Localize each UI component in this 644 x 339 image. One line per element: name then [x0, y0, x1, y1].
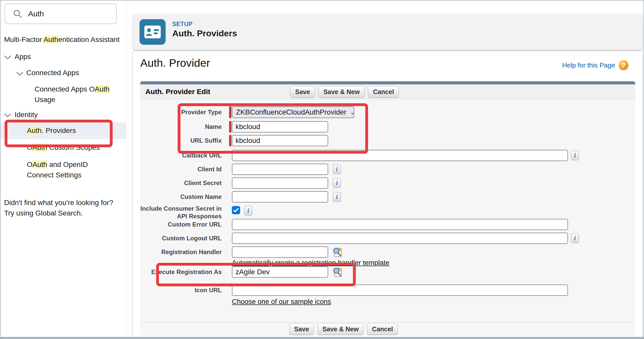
include-consumer-secret-checkbox[interactable]: [232, 206, 240, 214]
id-card-icon: [144, 25, 161, 39]
sidebar-item-auth-providers[interactable]: Auth. Providers: [27, 126, 76, 135]
form-body: Provider Type ZKBConfluenceCloudAuthProv…: [140, 99, 635, 322]
callback-url-input[interactable]: [232, 150, 568, 161]
required-indicator: [229, 106, 231, 118]
custom-logout-url-input[interactable]: [232, 233, 568, 244]
sidebar-item-apps[interactable]: Apps: [15, 52, 31, 61]
sidebar-item-mfa-assistant[interactable]: Multi-Factor Authentication Assistant: [4, 35, 120, 44]
url-suffix-label: URL Suffix: [140, 137, 222, 144]
info-icon[interactable]: i: [571, 233, 579, 243]
custom-name-input[interactable]: [232, 191, 328, 202]
sidebar-item-connected-apps-oauth-usage[interactable]: Connected Apps OAuth Usage: [35, 84, 119, 105]
sidebar-item-oauth-openid-settings[interactable]: OAuth and OpenID Connect Settings: [27, 159, 111, 180]
lookup-icon[interactable]: [332, 266, 343, 278]
provider-type-select[interactable]: ZKBConfluenceCloudAuthProvider ⌄: [232, 106, 354, 118]
check-icon: [233, 207, 239, 213]
cancel-button-bottom[interactable]: Cancel: [367, 323, 398, 335]
client-secret-label: Client Secret: [140, 179, 222, 187]
lookup-icon[interactable]: [332, 246, 343, 258]
sidebar-item-identity[interactable]: Identity: [15, 110, 38, 119]
info-icon[interactable]: i: [333, 178, 341, 188]
save-button-bottom[interactable]: Save: [289, 323, 314, 335]
section-title: Auth. Provider Edit: [145, 84, 210, 99]
custom-logout-url-label: Custom Logout URL: [140, 234, 222, 242]
name-input[interactable]: [232, 121, 328, 132]
client-secret-input[interactable]: [232, 177, 328, 189]
search-input[interactable]: [28, 9, 111, 18]
save-button[interactable]: Save: [290, 86, 315, 98]
section-top-bar: [140, 81, 635, 84]
icon-url-label: Icon URL: [140, 286, 222, 294]
auth-providers-icon: [139, 19, 166, 45]
client-id-input[interactable]: [232, 164, 328, 175]
custom-error-url-label: Custom Error URL: [140, 221, 222, 228]
cancel-button[interactable]: Cancel: [368, 86, 399, 98]
choose-sample-icons-link[interactable]: Choose one of our sample icons: [232, 298, 331, 306]
section-header: Auth. Provider Edit Save Save & New Canc…: [140, 84, 635, 99]
form-footer: Save Save & New Cancel: [140, 322, 635, 336]
custom-error-url-input[interactable]: [232, 219, 568, 230]
chevron-down-icon[interactable]: [16, 72, 23, 76]
setup-header-card: SETUP Auth. Providers: [133, 14, 642, 50]
main-content-panel: Auth. Provider Help for this Page ? Auth…: [133, 51, 642, 339]
save-and-new-button-bottom[interactable]: Save & New: [317, 323, 363, 335]
sidebar-search-box[interactable]: [5, 4, 117, 24]
execute-registration-as-input[interactable]: [232, 266, 328, 278]
sidebar-item-connected-apps[interactable]: Connected Apps: [26, 69, 79, 77]
setup-page-title: Auth. Providers: [172, 28, 237, 38]
select-chevron-icon: ⌄: [350, 109, 355, 116]
info-icon[interactable]: i: [333, 192, 341, 202]
required-indicator: [229, 135, 231, 146]
execute-registration-as-label: Execute Registration As: [140, 268, 222, 276]
url-suffix-input[interactable]: [232, 135, 328, 146]
sidebar-not-found-text: Didn't find what you're looking for? Try…: [4, 197, 113, 218]
required-indicator: [229, 121, 231, 132]
include-consumer-secret-label: Include Consumer Secret in API Responses: [140, 205, 222, 220]
page-title: Auth. Provider: [140, 57, 210, 69]
setup-eyebrow: SETUP: [172, 21, 192, 28]
info-icon[interactable]: i: [244, 206, 252, 216]
window-bottom-edge: [0, 337, 644, 339]
chevron-down-icon[interactable]: [4, 113, 11, 118]
custom-name-label: Custom Name: [140, 193, 222, 201]
save-and-new-button[interactable]: Save & New: [318, 86, 364, 98]
registration-handler-label: Registration Handler: [140, 248, 222, 256]
provider-type-label: Provider Type: [140, 108, 222, 116]
auth-provider-edit-section: Auth. Provider Edit Save Save & New Canc…: [140, 81, 635, 335]
search-icon: [13, 9, 23, 19]
sidebar-item-oauth-custom-scopes[interactable]: OAuth Custom Scopes: [27, 143, 100, 152]
chevron-down-icon[interactable]: [4, 55, 11, 60]
setup-sidebar: Multi-Factor Authentication Assistant Ap…: [0, 0, 126, 339]
name-label: Name: [140, 123, 222, 131]
registration-handler-input[interactable]: [232, 246, 328, 258]
callback-url-label: Callback URL: [140, 152, 222, 159]
client-id-label: Client Id: [140, 165, 222, 173]
info-icon[interactable]: i: [571, 151, 579, 160]
help-for-this-page-link[interactable]: Help for this Page: [562, 61, 615, 69]
create-registration-handler-link[interactable]: Automatically create a registration hand…: [232, 259, 389, 267]
icon-url-input[interactable]: [232, 285, 568, 296]
help-question-icon[interactable]: ?: [619, 60, 628, 70]
info-icon[interactable]: i: [333, 164, 341, 174]
